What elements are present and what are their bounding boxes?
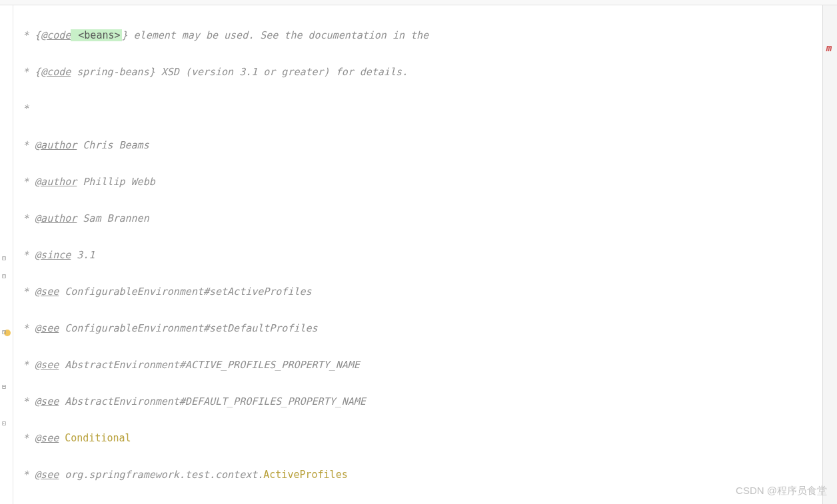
search-highlight: <beans> xyxy=(71,29,121,41)
right-gutter xyxy=(822,5,837,504)
code-editor[interactable]: * {@code <beans>} element may be used. S… xyxy=(13,5,837,504)
watermark: CSDN @程序员食堂 xyxy=(736,485,827,497)
fold-icon[interactable]: ⊟ xyxy=(2,328,10,336)
editor-gutter: ⊟ ⊟ ⊟ ⊟ ⊡ xyxy=(0,5,13,504)
fold-end-icon[interactable]: ⊡ xyxy=(2,419,10,427)
maven-tool-icon[interactable]: m xyxy=(822,43,836,57)
fold-icon[interactable]: ⊟ xyxy=(2,254,10,262)
fold-icon[interactable]: ⊟ xyxy=(2,272,10,280)
fold-icon[interactable]: ⊟ xyxy=(2,383,10,391)
